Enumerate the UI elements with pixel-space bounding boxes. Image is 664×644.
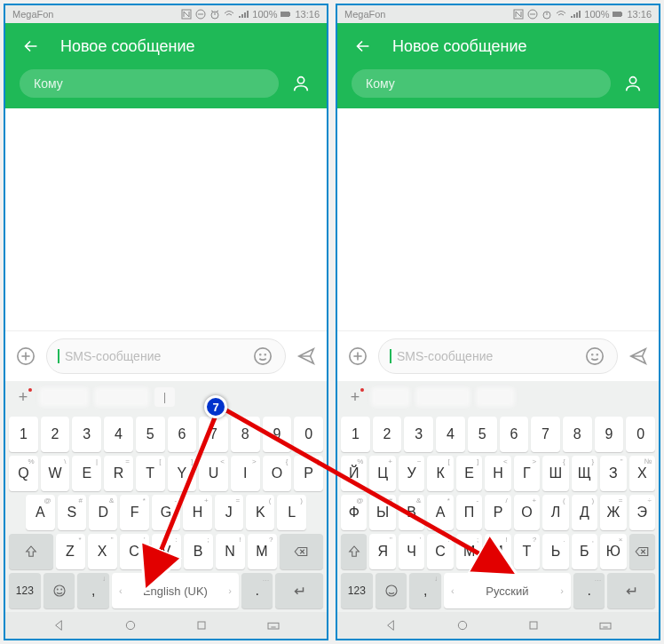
key-n[interactable]: N! (216, 534, 245, 569)
suggestion-1[interactable]: xxxx (371, 387, 410, 407)
send-button[interactable] (627, 345, 650, 368)
key-backspace[interactable] (280, 534, 324, 569)
key-z[interactable]: Z* (56, 534, 85, 569)
key-3[interactable]: 3 (72, 417, 101, 452)
key-r[interactable]: R= (104, 456, 133, 491)
contact-icon[interactable] (289, 72, 312, 95)
key-ы[interactable]: Ы# (369, 495, 395, 530)
key-е[interactable]: Е] (456, 456, 482, 491)
nav-home-icon[interactable] (123, 618, 138, 632)
key-7[interactable]: 7 (199, 417, 228, 452)
key-sym[interactable]: 123 (341, 573, 373, 608)
key-ф[interactable]: Ф@ (341, 495, 367, 530)
key-л[interactable]: Л( (542, 495, 568, 530)
message-input[interactable]: SMS-сообщение (46, 338, 286, 374)
key-м[interactable]: М; (456, 534, 482, 569)
key-в[interactable]: В& (399, 495, 424, 530)
key-ь[interactable]: Ь. (542, 534, 568, 569)
nav-back-icon[interactable] (383, 618, 398, 632)
key-5[interactable]: 5 (468, 417, 497, 452)
key-1[interactable]: 1 (341, 417, 370, 452)
key-1[interactable]: 1 (9, 417, 38, 452)
key-v[interactable]: V: (152, 534, 181, 569)
key-b[interactable]: B; (184, 534, 213, 569)
recipient-input[interactable]: Кому (20, 69, 279, 98)
key-emoji[interactable] (375, 573, 407, 608)
emoji-button[interactable] (583, 345, 606, 368)
contact-icon[interactable] (621, 72, 644, 95)
key-f[interactable]: F* (120, 495, 148, 530)
key-c[interactable]: C' (120, 534, 149, 569)
key-с[interactable]: С: (427, 534, 453, 569)
key-6[interactable]: 6 (168, 417, 197, 452)
suggestion-3[interactable]: | (154, 387, 175, 407)
key-9[interactable]: 9 (263, 417, 292, 452)
nav-keyboard-icon[interactable] (266, 618, 281, 632)
key-3[interactable]: 3 (404, 417, 433, 452)
key-г[interactable]: Г> (514, 456, 540, 491)
key-emoji[interactable] (43, 573, 75, 608)
key-j[interactable]: J= (215, 495, 243, 530)
key-д[interactable]: Д) (572, 495, 597, 530)
key-х[interactable]: Х№ (629, 456, 655, 491)
key-ш[interactable]: Ш{ (542, 456, 568, 491)
key-4[interactable]: 4 (104, 417, 133, 452)
key-k[interactable]: K( (246, 495, 274, 530)
suggestion-3[interactable]: xxxx (476, 387, 515, 407)
key-о[interactable]: О+ (514, 495, 540, 530)
key-ю[interactable]: Ю× (600, 534, 626, 569)
key-з[interactable]: З" (600, 456, 626, 491)
key-ж[interactable]: Ж= (600, 495, 626, 530)
attach-button[interactable] (14, 345, 37, 368)
key-т[interactable]: Т? (514, 534, 540, 569)
key-я[interactable]: Я" (369, 534, 395, 569)
key-l[interactable]: L) (277, 495, 305, 530)
key-0[interactable]: 0 (294, 417, 323, 452)
message-input[interactable]: SMS-сообщение (378, 338, 618, 374)
key-4[interactable]: 4 (436, 417, 465, 452)
key-u[interactable]: U< (199, 456, 228, 491)
key-р[interactable]: Р/ (485, 495, 510, 530)
key-0[interactable]: 0 (626, 417, 655, 452)
key-9[interactable]: 9 (595, 417, 624, 452)
key-comma[interactable]: ,↓ (77, 573, 109, 608)
key-d[interactable]: D& (89, 495, 117, 530)
key-щ[interactable]: Щ} (572, 456, 597, 491)
nav-recent-icon[interactable] (526, 618, 541, 632)
key-й[interactable]: Й% (341, 456, 367, 491)
key-o[interactable]: O{ (263, 456, 292, 491)
key-э[interactable]: Э÷ (629, 495, 655, 530)
key-н[interactable]: Н< (485, 456, 510, 491)
key-и[interactable]: И! (485, 534, 510, 569)
key-p[interactable]: P} (294, 456, 323, 491)
suggestion-expand[interactable]: + (12, 386, 34, 408)
nav-keyboard-icon[interactable] (598, 618, 613, 632)
suggestion-1[interactable]: xxxxxx (39, 387, 89, 407)
key-ч[interactable]: Ч' (399, 534, 424, 569)
nav-back-icon[interactable] (51, 618, 66, 632)
key-space[interactable]: ‹English (UK)› (112, 573, 239, 608)
key-s[interactable]: S# (58, 495, 86, 530)
key-enter[interactable] (607, 573, 655, 608)
key-2[interactable]: 2 (41, 417, 70, 452)
key-8[interactable]: 8 (231, 417, 260, 452)
key-q[interactable]: Q% (9, 456, 38, 491)
key-e[interactable]: E| (72, 456, 101, 491)
key-comma[interactable]: ,↓ (409, 573, 441, 608)
key-к[interactable]: К[ (427, 456, 453, 491)
key-a[interactable]: A@ (26, 495, 54, 530)
key-w[interactable]: W\ (41, 456, 70, 491)
key-space[interactable]: ‹Русский› (444, 573, 571, 608)
key-enter[interactable] (275, 573, 323, 608)
key-g[interactable]: G- (152, 495, 180, 530)
key-x[interactable]: X" (88, 534, 117, 569)
key-ц[interactable]: Ц+ (369, 456, 395, 491)
suggestion-2[interactable]: xxxxxxx (94, 387, 149, 407)
emoji-button[interactable] (251, 345, 274, 368)
key-m[interactable]: M? (248, 534, 277, 569)
suggestion-2[interactable]: xxxxxxx (415, 387, 470, 407)
nav-home-icon[interactable] (455, 618, 470, 632)
nav-recent-icon[interactable] (194, 618, 209, 632)
key-shift[interactable] (341, 534, 367, 569)
key-shift[interactable] (9, 534, 53, 569)
